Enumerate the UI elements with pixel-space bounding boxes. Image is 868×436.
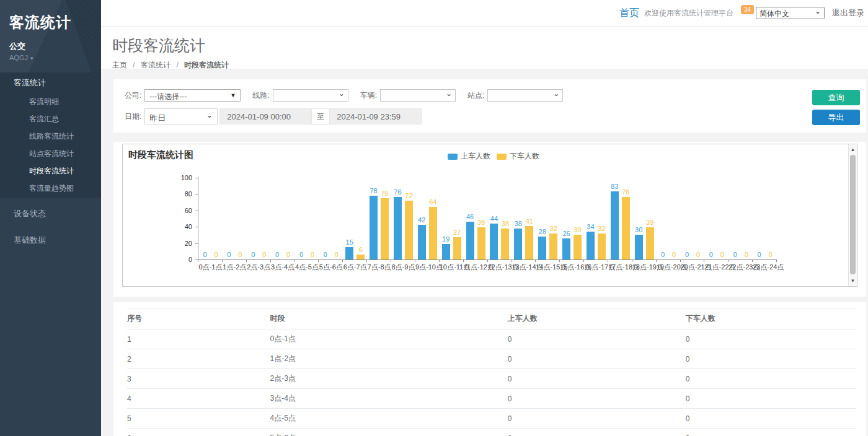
bar-value-label: 26 [562, 230, 570, 238]
bar-value-label: 0 [251, 251, 255, 259]
bar-boarding: 44 [490, 215, 498, 259]
scrollbar-down-icon[interactable]: ▼ [849, 277, 857, 285]
bar [587, 232, 595, 259]
sidebar-item-1[interactable]: 客流统计 [0, 72, 101, 94]
bar [466, 222, 474, 259]
date-preset-select[interactable]: 昨日 [144, 108, 218, 124]
table-cell: 3 [127, 369, 270, 389]
station-select[interactable] [487, 89, 563, 102]
sidebar-item-8[interactable]: 设备状态 [0, 203, 101, 224]
org-code-dropdown[interactable]: AQGJ [9, 54, 92, 61]
bar [381, 198, 389, 259]
bar-boarding: 0 [201, 251, 209, 259]
bar-value-label: 27 [453, 229, 461, 237]
table-cell: 1 [127, 329, 270, 349]
line-select[interactable] [273, 89, 348, 102]
bar [562, 238, 570, 259]
x-category-label: 0点-1点 [198, 263, 223, 272]
bar-alighting: 0 [212, 251, 220, 259]
bar [646, 227, 654, 259]
x-tick-mark [656, 259, 657, 262]
bar-value-label: 0 [661, 251, 665, 259]
y-tick-label: 100 [123, 174, 192, 181]
x-category-label: 12点-13点 [488, 263, 512, 272]
breadcrumb-section[interactable]: 客流统计 [141, 61, 170, 69]
x-category-label: 2点-3点 [247, 263, 271, 272]
welcome-text: 欢迎使用客流统计管理平台 [644, 8, 733, 19]
bar-alighting: 0 [285, 251, 293, 259]
bar-value-label: 83 [611, 183, 618, 191]
language-select[interactable]: 简体中文 [756, 7, 825, 19]
search-button[interactable]: 查询 [812, 90, 860, 105]
x-tick-mark [318, 259, 319, 262]
bar-value-label: 76 [394, 188, 401, 196]
scrollbar-thumb[interactable] [850, 155, 856, 274]
bar-value-label: 0 [745, 251, 748, 259]
bar-group: 1927 [440, 229, 464, 259]
home-link[interactable]: 首页 [619, 7, 639, 20]
bar-value-label: 15 [346, 238, 353, 246]
x-category-label: 19点-20点 [657, 263, 681, 272]
sidebar-item-4[interactable]: 线路客流统计 [0, 128, 101, 146]
x-category-label: 1点-2点 [223, 263, 247, 272]
bar-alighting: 0 [308, 251, 316, 259]
table-cell: 6 [127, 429, 270, 436]
scrollbar-up-icon[interactable]: ▲ [849, 146, 857, 154]
x-tick-mark [680, 259, 681, 262]
x-tick-mark [391, 259, 391, 262]
sidebar-item-5[interactable]: 站点客流统计 [0, 146, 101, 163]
bar-value-label: 0 [227, 251, 231, 259]
sidebar-item-6[interactable]: 时段客流统计 [0, 163, 101, 180]
date-label: 日期: [125, 111, 141, 122]
bar-group: 00 [704, 251, 728, 259]
filter-row-2: 日期: 昨日 至 [125, 108, 857, 124]
x-category-label: 16点-17点 [584, 263, 608, 272]
bar-value-label: 0 [685, 251, 689, 259]
bar [635, 235, 643, 259]
date-from-input[interactable] [219, 108, 312, 124]
x-tick-mark [463, 259, 464, 262]
sidebar-item-3[interactable]: 客流汇总 [0, 111, 101, 128]
export-button[interactable]: 导出 [812, 110, 860, 125]
x-tick-mark [198, 259, 198, 262]
bar-value-label: 0 [262, 251, 266, 259]
bar-group: 4639 [464, 213, 488, 259]
bar [525, 226, 533, 259]
table-cell: 2点-3点 [270, 369, 507, 389]
station-label: 站点: [467, 90, 484, 101]
bar [622, 197, 630, 259]
chart-scrollbar[interactable]: ▲ ▼ [848, 144, 857, 286]
y-tick-mark [195, 178, 198, 178]
bar-boarding: 76 [394, 188, 402, 259]
bar-group: 00 [271, 251, 295, 259]
x-tick-mark [608, 259, 608, 262]
logout-link[interactable]: 退出登录 [832, 7, 864, 19]
date-to-input[interactable] [329, 108, 422, 124]
vehicle-label: 车辆: [360, 90, 377, 101]
bar-alighting: 0 [260, 251, 268, 259]
x-category-label: 7点-8点 [367, 263, 391, 272]
sidebar-header: 客流统计 公交 AQGJ [0, 0, 101, 72]
table-header-cell: 序号 [127, 308, 270, 329]
sidebar-item-2[interactable]: 客流明细 [0, 94, 101, 111]
bar-value-label: 0 [275, 251, 279, 259]
bar-boarding: 0 [659, 251, 667, 259]
filter-row-1: 公司: ---请选择--- 线路: 车辆: 站点: [125, 89, 857, 102]
notification-badge[interactable]: 34 [741, 5, 754, 14]
bar-value-label: 0 [733, 251, 737, 259]
page-heading: 时段客流统计 主页 / 客流统计 / 时段客流统计 [101, 27, 868, 70]
bar-value-label: 0 [335, 251, 339, 259]
sidebar-item-9[interactable]: 基础数据 [0, 230, 101, 251]
bar-alighting: 27 [453, 229, 461, 259]
x-tick-mark [342, 259, 343, 262]
table-row: 21点-2点00 [127, 349, 856, 369]
breadcrumb-home[interactable]: 主页 [112, 61, 127, 69]
company-select[interactable]: ---请选择--- [144, 89, 241, 102]
bar-value-label: 0 [720, 251, 724, 259]
stats-table: 序号时段上车人数下车人数 10点-1点0021点-2点0032点-3点0043点… [127, 308, 856, 436]
vehicle-select[interactable] [380, 89, 456, 102]
sidebar-item-7[interactable]: 客流量趋势图 [0, 180, 101, 198]
bar-value-label: 0 [214, 251, 218, 259]
bar-value-label: 39 [477, 219, 485, 227]
x-labels-row: 0点-1点1点-2点2点-3点3点-4点4点-5点5点-6点6点-7点7点-8点… [198, 263, 777, 272]
